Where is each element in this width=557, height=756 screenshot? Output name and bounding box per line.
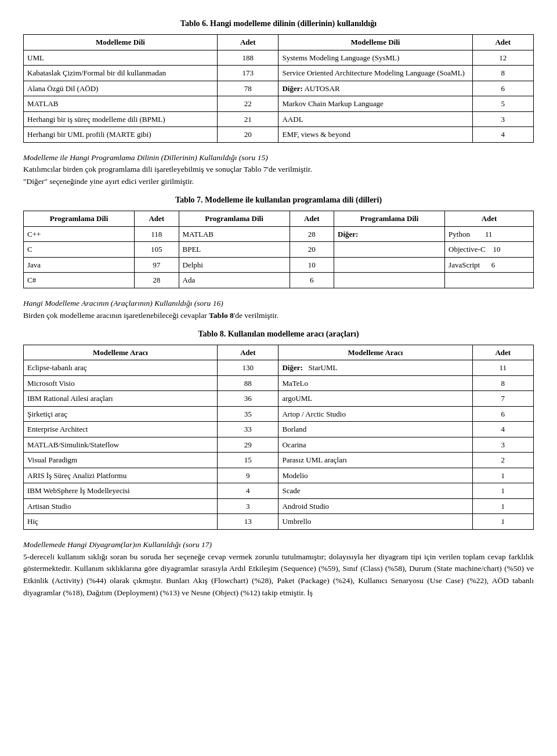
table-row: Microsoft Visio 88 MaTeLo 8: [24, 375, 534, 391]
table-row: Eclipse-tabanlı araç 130 Diğer: StarUML …: [24, 360, 534, 376]
table7-header-col2: Adet: [135, 211, 179, 227]
table-row: C++ 118 MATLAB 28 Diğer: Python 11: [24, 226, 534, 242]
table-row: Herhangi bir UML profili (MARTE gibi) 20…: [24, 127, 534, 143]
paragraph3: Modellemede Hangi Diyagram(lar)ın Kullan…: [23, 539, 534, 600]
table-row: Visual Paradigm 15 Parasız UML araçları …: [24, 453, 534, 468]
table-row: Enterprise Architect 33 Borland 4: [24, 422, 534, 437]
table8: Modelleme Aracı Adet Modelleme Aracı Ade…: [23, 345, 534, 530]
table6-header-col4: Adet: [472, 35, 534, 50]
table-row: Kabataslak Çizim/Formal bir dil kullanma…: [24, 66, 534, 81]
table-row: Alana Özgü Dil (AÖD) 78 Diğer: AUTOSAR 6: [24, 81, 534, 96]
table-row: MATLAB 22 Markov Chain Markup Language 5: [24, 96, 534, 112]
table-row: MATLAB/Simulink/Stateflow 29 Ocarina 3: [24, 437, 534, 453]
table8-header-col3: Modelleme Aracı: [278, 345, 472, 360]
table-row: Artisan Studio 3 Android Studio 1: [24, 498, 534, 514]
table7-title: Tablo 7. Modelleme ile kullanılan progra…: [23, 194, 534, 206]
table8-title: Tablo 8. Kullanılan modelleme aracı (ara…: [23, 328, 534, 340]
paragraph2: Hangi Modelleme Aracının (Araçlarının) K…: [23, 298, 534, 322]
table7-header-col5: Programlama Dili: [334, 211, 445, 227]
paragraph1: Modelleme ile Hangi Programlama Dilinin …: [23, 152, 534, 189]
table-row: Java 97 Delphi 10 JavaScript 6: [24, 257, 534, 273]
table-row: Şirketiçi araç 35 Artop / Arctic Studio …: [24, 406, 534, 422]
table7-header-col3: Programlama Dili: [179, 211, 290, 227]
table7-header-col6: Adet: [445, 211, 534, 227]
table7: Programlama Dili Adet Programlama Dili A…: [23, 211, 534, 288]
table8-header-col4: Adet: [472, 345, 534, 360]
table-row: ARIS İş Süreç Analizi Platformu 9 Modeli…: [24, 468, 534, 483]
table6: Modelleme Dili Adet Modelleme Dili Adet …: [23, 34, 534, 143]
table-row: C 105 BPEL 20 Objective-C 10: [24, 242, 534, 258]
table6-header-col2: Adet: [218, 35, 278, 50]
table8-header-col2: Adet: [218, 345, 278, 360]
table7-header-col1: Programlama Dili: [24, 211, 135, 227]
table-row: Hiç 13 Umbrello 1: [24, 514, 534, 530]
table7-header-col4: Adet: [290, 211, 334, 227]
table6-title: Tablo 6. Hangi modelleme dilinin (diller…: [23, 17, 534, 30]
table-row: IBM WebSphere İş Modelleyecisi 4 Scade 1: [24, 483, 534, 499]
table6-header-col1: Modelleme Dili: [24, 35, 218, 50]
table-row: UML 188 Systems Modeling Language (SysML…: [24, 50, 534, 66]
table-row: IBM Rational Ailesi araçları 36 argoUML …: [24, 391, 534, 407]
table-row: C# 28 Ada 6: [24, 273, 534, 288]
table8-header-col1: Modelleme Aracı: [24, 345, 218, 360]
table-row: Herhangi bir iş süreç modelleme dili (BP…: [24, 111, 534, 127]
table6-header-col3: Modelleme Dili: [278, 35, 472, 50]
